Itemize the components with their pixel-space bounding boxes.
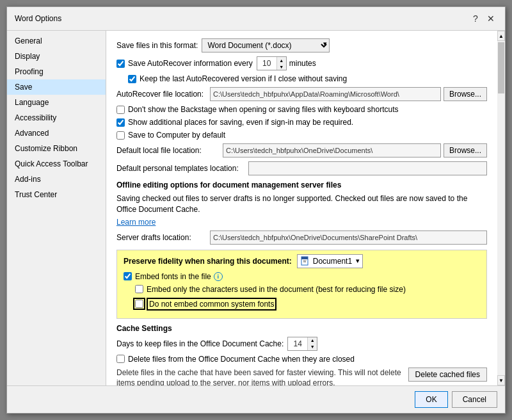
default-local-row: Default local file location: Browse... bbox=[116, 143, 487, 158]
cache-spin-down-btn[interactable]: ▼ bbox=[308, 344, 317, 350]
dialog-footer: OK Cancel bbox=[7, 385, 505, 413]
offline-section-header: Offline editing options for document man… bbox=[116, 181, 487, 190]
cache-days-spinbox: ▲ ▼ bbox=[287, 337, 317, 351]
sidebar-item-proofing[interactable]: Proofing bbox=[7, 64, 106, 79]
sidebar-item-quick-access[interactable]: Quick Access Toolbar bbox=[7, 156, 106, 172]
backstage-row: Don't show the Backstage when opening or… bbox=[116, 105, 487, 114]
svg-text:W: W bbox=[303, 259, 306, 263]
autorecover-location-input[interactable] bbox=[210, 87, 441, 101]
delete-cache-row: Delete files from the Office Document Ca… bbox=[116, 355, 487, 364]
embed-fonts-row: Embed fonts in the file i bbox=[124, 272, 480, 281]
additional-places-checkbox[interactable] bbox=[116, 118, 125, 127]
sidebar-item-trust-center[interactable]: Trust Center bbox=[7, 187, 106, 202]
sidebar-item-advanced[interactable]: Advanced bbox=[7, 125, 106, 141]
cache-days-label: Days to keep files in the Office Documen… bbox=[116, 339, 284, 348]
server-drafts-input[interactable] bbox=[210, 230, 487, 245]
help-button[interactable]: ? bbox=[469, 12, 482, 25]
save-format-select-wrapper: Word Document (*.docx) bbox=[202, 38, 330, 52]
server-drafts-label: Server drafts location: bbox=[116, 233, 206, 242]
document-icon: W bbox=[300, 256, 310, 266]
info-icon: i bbox=[214, 272, 223, 281]
embed-fonts-label: Embed fonts in the file bbox=[135, 272, 211, 281]
backstage-label: Don't show the Backstage when opening or… bbox=[128, 105, 399, 114]
save-to-computer-label: Save to Computer by default bbox=[128, 131, 225, 140]
embed-chars-label: Embed only the characters used in the do… bbox=[147, 285, 406, 294]
autorecover-row: Save AutoRecover information every ▲ ▼ m… bbox=[116, 56, 487, 70]
embed-chars-row: Embed only the characters used in the do… bbox=[135, 285, 480, 294]
cache-spin-arrows: ▲ ▼ bbox=[307, 337, 317, 350]
autorecover-minutes-input[interactable] bbox=[257, 57, 276, 70]
title-bar-buttons: ? ✕ bbox=[469, 12, 497, 25]
offline-description: Saving checked out files to server draft… bbox=[116, 193, 487, 215]
backstage-checkbox[interactable] bbox=[116, 106, 125, 114]
fidelity-section: Preserve fidelity when sharing this docu… bbox=[116, 250, 487, 319]
keep-autorecover-label: Keep the last AutoRecovered version if I… bbox=[140, 74, 347, 83]
cache-spin-up-btn[interactable]: ▲ bbox=[308, 337, 317, 344]
autorecover-unit: minutes bbox=[289, 59, 316, 68]
autorecover-location-row: AutoRecover file location: Browse... bbox=[116, 87, 487, 101]
autorecover-label: Save AutoRecover information every bbox=[128, 59, 253, 68]
scroll-up-btn[interactable]: ▲ bbox=[497, 31, 505, 41]
ok-button[interactable]: OK bbox=[415, 391, 447, 408]
title-bar: Word Options ? ✕ bbox=[7, 7, 505, 31]
fidelity-header: Preserve fidelity when sharing this docu… bbox=[124, 254, 480, 268]
additional-places-row: Show additional places for saving, even … bbox=[116, 118, 487, 127]
additional-places-label: Show additional places for saving, even … bbox=[128, 118, 353, 127]
spin-up-btn[interactable]: ▲ bbox=[277, 57, 286, 63]
personal-templates-row: Default personal templates location: bbox=[116, 161, 487, 175]
cache-days-input[interactable] bbox=[288, 337, 307, 350]
sidebar-item-customize-ribbon[interactable]: Customize Ribbon bbox=[7, 141, 106, 156]
content-area: Save files in this format: Word Document… bbox=[106, 31, 497, 385]
sidebar-item-display[interactable]: Display bbox=[7, 49, 106, 64]
scroll-thumb[interactable] bbox=[498, 42, 504, 93]
keep-autorecover-row: Keep the last AutoRecovered version if I… bbox=[128, 74, 487, 83]
delete-cached-files-btn[interactable]: Delete cached files bbox=[408, 368, 487, 382]
sidebar-item-general[interactable]: General bbox=[7, 33, 106, 49]
autorecover-location-label: AutoRecover file location: bbox=[116, 90, 206, 99]
no-common-fonts-row: Do not embed common system fonts bbox=[135, 298, 480, 311]
save-format-label: Save files in this format: bbox=[116, 41, 198, 50]
close-button[interactable]: ✕ bbox=[484, 12, 497, 25]
spin-arrows: ▲ ▼ bbox=[276, 57, 286, 70]
delete-cache-label: Delete files from the Office Document Ca… bbox=[128, 355, 355, 364]
spin-down-btn[interactable]: ▼ bbox=[277, 63, 286, 70]
save-to-computer-row: Save to Computer by default bbox=[116, 131, 487, 140]
delete-cache-desc-row: Delete files in the cache that have been… bbox=[116, 368, 487, 385]
delete-cache-description: Delete files in the cache that have been… bbox=[116, 368, 402, 385]
save-to-computer-checkbox[interactable] bbox=[116, 131, 125, 140]
personal-templates-input[interactable] bbox=[248, 161, 487, 175]
sidebar-item-language[interactable]: Language bbox=[7, 95, 106, 110]
autorecover-checkbox[interactable] bbox=[116, 60, 125, 68]
dialog-body: General Display Proofing Save Language A… bbox=[7, 31, 505, 385]
cache-days-row: Days to keep files in the Office Documen… bbox=[116, 337, 487, 351]
sidebar-item-add-ins[interactable]: Add-ins bbox=[7, 172, 106, 187]
default-local-browse-btn[interactable]: Browse... bbox=[444, 143, 487, 158]
fidelity-title: Preserve fidelity when sharing this docu… bbox=[124, 257, 292, 266]
sidebar: General Display Proofing Save Language A… bbox=[7, 31, 106, 385]
autorecover-spinbox: ▲ ▼ bbox=[257, 56, 287, 70]
default-local-label: Default local file location: bbox=[116, 146, 219, 155]
embed-fonts-checkbox[interactable] bbox=[124, 272, 132, 280]
scroll-down-btn[interactable]: ▼ bbox=[497, 375, 505, 385]
dialog-title: Word Options bbox=[15, 14, 61, 23]
embed-chars-checkbox[interactable] bbox=[135, 285, 143, 293]
cancel-button[interactable]: Cancel bbox=[452, 391, 497, 408]
learn-more-link[interactable]: Learn more bbox=[116, 218, 156, 227]
sidebar-item-accessibility[interactable]: Accessibility bbox=[7, 110, 106, 125]
fidelity-doc-select[interactable]: W Document1 bbox=[297, 254, 363, 268]
default-local-input[interactable] bbox=[223, 143, 441, 158]
cache-section-header: Cache Settings bbox=[116, 324, 487, 333]
no-common-fonts-checkbox[interactable] bbox=[135, 300, 143, 308]
sidebar-item-save[interactable]: Save bbox=[7, 79, 106, 95]
scrollbar: ▲ ▼ bbox=[497, 31, 505, 385]
word-options-dialog: Word Options ? ✕ General Display Proofin… bbox=[6, 6, 506, 414]
save-format-select[interactable]: Word Document (*.docx) bbox=[202, 38, 330, 52]
no-common-fonts-label: Do not embed common system fonts bbox=[147, 298, 276, 311]
keep-autorecover-checkbox[interactable] bbox=[128, 75, 136, 83]
delete-cache-checkbox[interactable] bbox=[116, 355, 125, 363]
learn-more-container: Learn more bbox=[116, 218, 487, 227]
autorecover-browse-btn[interactable]: Browse... bbox=[444, 87, 487, 101]
fidelity-doc-name: Document1 bbox=[313, 257, 352, 266]
personal-templates-label: Default personal templates location: bbox=[116, 164, 244, 173]
server-drafts-row: Server drafts location: bbox=[116, 230, 487, 245]
